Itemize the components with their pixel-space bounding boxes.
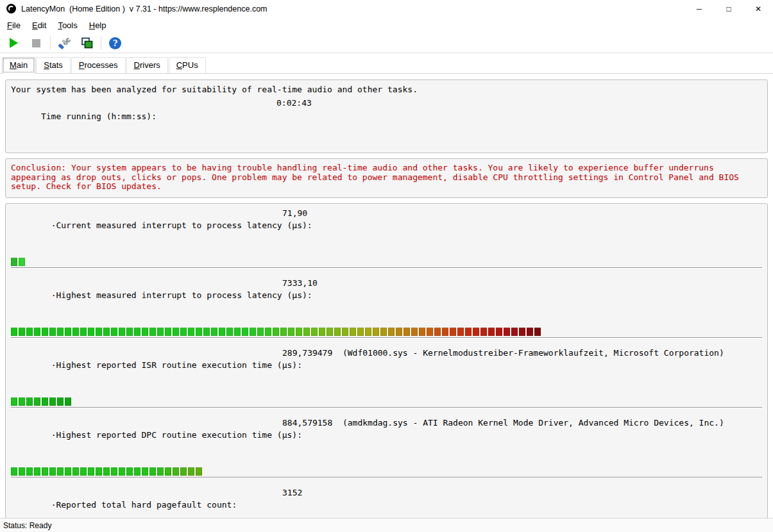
progress-block xyxy=(111,467,117,476)
metric-value: 289,739479 (Wdf01000.sys - Kernelmodustr… xyxy=(282,347,724,359)
progress-block xyxy=(149,328,156,336)
tab-processes[interactable]: Processes xyxy=(71,57,126,73)
menu-edit-label: dit xyxy=(38,21,47,30)
progress-block xyxy=(42,328,48,336)
copy-report-button[interactable] xyxy=(78,35,96,51)
progress-block xyxy=(34,467,40,476)
progress-bar-blocks xyxy=(11,258,762,266)
progress-block xyxy=(11,467,17,476)
progress-block xyxy=(373,328,379,336)
progress-bar xyxy=(11,467,762,481)
menu-file[interactable]: File xyxy=(1,19,26,32)
progress-bar-blocks xyxy=(11,397,762,406)
progress-block xyxy=(257,328,264,336)
progress-block xyxy=(157,328,164,336)
menu-tools[interactable]: Tools xyxy=(52,19,83,32)
progress-block xyxy=(49,397,56,406)
progress-block xyxy=(196,328,202,336)
progress-block xyxy=(488,328,495,336)
progress-block xyxy=(288,328,294,336)
tab-cpus-label: PUs xyxy=(182,60,198,70)
progress-block xyxy=(149,467,156,476)
titlebar[interactable]: LatencyMon (Home Edition ) v 7.31 - http… xyxy=(0,0,773,17)
progress-block xyxy=(11,258,17,266)
progress-block xyxy=(49,467,56,476)
metric-isr-time: ·Highest reported ISR routine execution … xyxy=(11,347,762,411)
menu-help-accel: H xyxy=(89,21,95,30)
progress-block xyxy=(65,397,71,406)
progress-bar-track xyxy=(11,267,762,269)
progress-block xyxy=(72,328,79,336)
progress-block xyxy=(527,328,533,336)
main-tab-content: Your system has been analyzed for suitab… xyxy=(0,74,773,532)
progress-block xyxy=(88,467,94,476)
tab-drivers-label: rivers xyxy=(140,60,160,70)
progress-block xyxy=(180,467,187,476)
progress-block xyxy=(465,328,471,336)
copy-report-icon xyxy=(80,37,94,50)
progress-block xyxy=(34,328,40,336)
progress-block xyxy=(111,328,117,336)
menu-help-label: elp xyxy=(95,21,106,30)
menu-file-accel: F xyxy=(7,21,12,30)
maximize-button[interactable]: □ xyxy=(714,0,743,17)
analysis-panel: Your system has been analyzed for suitab… xyxy=(5,79,768,153)
progress-block xyxy=(157,467,164,476)
progress-block xyxy=(165,328,171,336)
menu-help[interactable]: Help xyxy=(83,19,112,32)
time-running-value: 0:02:43 xyxy=(276,96,312,110)
toolbar: ? xyxy=(0,33,773,53)
progress-block xyxy=(319,328,325,336)
progress-block xyxy=(119,328,125,336)
progress-block xyxy=(342,328,348,336)
progress-block xyxy=(442,328,448,336)
options-button[interactable] xyxy=(56,35,73,51)
metric-row: ·Highest reported ISR routine execution … xyxy=(11,347,762,395)
progress-block xyxy=(173,467,179,476)
tab-drivers[interactable]: Drivers xyxy=(126,57,168,73)
progress-block xyxy=(511,328,518,336)
metric-value: 7333,10 xyxy=(282,277,318,289)
toolbar-separator xyxy=(101,37,101,49)
progress-block xyxy=(519,328,525,336)
tab-drivers-accel: D xyxy=(134,60,140,70)
progress-block xyxy=(380,328,387,336)
tab-cpus[interactable]: CPUs xyxy=(169,57,206,73)
stop-icon xyxy=(32,39,40,47)
menubar: File Edit Tools Help xyxy=(0,17,773,33)
metric-value: 3152 xyxy=(282,486,302,499)
progress-block xyxy=(219,328,225,336)
progress-block xyxy=(234,328,241,336)
time-running-label: Time running (h:mm:ss): xyxy=(41,112,157,121)
close-button[interactable]: ✕ xyxy=(743,0,773,17)
tab-main[interactable]: Main xyxy=(2,57,35,74)
menu-edit-accel: E xyxy=(32,21,38,30)
progress-block xyxy=(327,328,333,336)
progress-block xyxy=(57,467,64,476)
progress-block xyxy=(103,467,110,476)
progress-block xyxy=(188,467,194,476)
metric-row: ·Highest reported DPC routine execution … xyxy=(11,417,762,465)
progress-block xyxy=(180,328,187,336)
window-title: LatencyMon (Home Edition ) v 7.31 - http… xyxy=(21,4,268,13)
tab-main-accel: M xyxy=(10,60,17,70)
menu-edit[interactable]: Edit xyxy=(26,19,52,32)
progress-block xyxy=(57,397,64,406)
tab-stats[interactable]: Stats xyxy=(36,57,71,73)
progress-block xyxy=(96,467,102,476)
progress-block xyxy=(134,467,140,476)
progress-block xyxy=(265,328,271,336)
progress-block xyxy=(403,328,410,336)
progress-block xyxy=(65,328,71,336)
tab-main-label: ain xyxy=(17,60,28,70)
progress-block xyxy=(26,467,33,476)
minimize-button[interactable]: ─ xyxy=(684,0,714,17)
stop-monitor-button[interactable] xyxy=(28,35,45,51)
progress-block xyxy=(496,328,502,336)
progress-block xyxy=(434,328,441,336)
help-button[interactable]: ? xyxy=(106,35,124,51)
app-icon xyxy=(6,4,16,13)
start-monitor-button[interactable] xyxy=(5,35,22,51)
status-text: Status: Ready xyxy=(3,521,51,530)
tab-stats-accel: S xyxy=(44,60,49,70)
